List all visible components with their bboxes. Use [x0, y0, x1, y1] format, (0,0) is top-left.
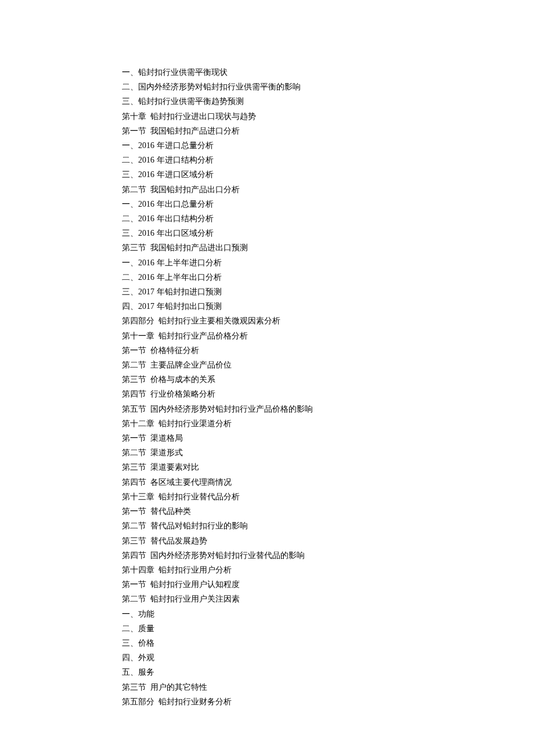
toc-line: 二、2016 年出口结构分析 [122, 211, 534, 226]
toc-line: 第十二章 铅封扣行业渠道分析 [122, 416, 534, 431]
toc-line: 二、2016 年进口结构分析 [122, 153, 534, 167]
toc-line: 第十三章 铅封扣行业替代品分析 [122, 489, 534, 504]
toc-line: 第一节 渠道格局 [122, 431, 534, 445]
document-page: 一、铅封扣行业供需平衡现状 二、国内外经济形势对铅封扣行业供需平衡的影响 三、铅… [0, 0, 534, 756]
toc-line: 三、价格 [122, 636, 534, 650]
toc-line: 一、2016 年上半年进口分析 [122, 255, 534, 270]
toc-line: 第五部分 铅封扣行业财务分析 [122, 694, 534, 709]
toc-line: 第四节 国内外经济形势对铅封扣行业替代品的影响 [122, 548, 534, 563]
toc-line: 第三节 价格与成本的关系 [122, 372, 534, 387]
toc-line: 第三节 渠道要素对比 [122, 460, 534, 474]
toc-line: 一、2016 年出口总量分析 [122, 197, 534, 211]
toc-line: 第五节 国内外经济形势对铅封扣行业产品价格的影响 [122, 402, 534, 416]
toc-line: 第二节 我国铅封扣产品出口分析 [122, 182, 534, 197]
toc-line: 五、服务 [122, 665, 534, 679]
toc-line: 第十章 铅封扣行业进出口现状与趋势 [122, 109, 534, 124]
toc-line: 三、2016 年进口区域分析 [122, 167, 534, 182]
toc-line: 三、铅封扣行业供需平衡趋势预测 [122, 94, 534, 109]
toc-line: 第三节 用户的其它特性 [122, 680, 534, 694]
toc-line: 第二节 渠道形式 [122, 445, 534, 460]
toc-line: 第十四章 铅封扣行业用户分析 [122, 563, 534, 577]
toc-line: 第一节 替代品种类 [122, 504, 534, 519]
toc-line: 四、外观 [122, 650, 534, 665]
toc-line: 一、功能 [122, 607, 534, 621]
toc-line: 二、质量 [122, 621, 534, 636]
toc-line: 第四部分 铅封扣行业主要相关微观因素分析 [122, 314, 534, 328]
toc-line: 二、2016 年上半年出口分析 [122, 270, 534, 285]
toc-line: 四、2017 年铅封扣出口预测 [122, 299, 534, 314]
toc-line: 第二节 主要品牌企业产品价位 [122, 358, 534, 372]
toc-line: 一、2016 年进口总量分析 [122, 138, 534, 153]
toc-line: 第十一章 铅封扣行业产品价格分析 [122, 329, 534, 343]
toc-line: 第四节 各区域主要代理商情况 [122, 475, 534, 489]
toc-line: 第二节 铅封扣行业用户关注因素 [122, 592, 534, 606]
toc-line: 三、2016 年出口区域分析 [122, 226, 534, 240]
toc-line: 第三节 替代品发展趋势 [122, 534, 534, 548]
toc-line: 二、国内外经济形势对铅封扣行业供需平衡的影响 [122, 80, 534, 94]
toc-line: 第四节 行业价格策略分析 [122, 387, 534, 401]
toc-line: 三、2017 年铅封扣进口预测 [122, 285, 534, 299]
toc-line: 第二节 替代品对铅封扣行业的影响 [122, 519, 534, 533]
toc-line: 第一节 价格特征分析 [122, 343, 534, 358]
toc-line: 第一节 我国铅封扣产品进口分析 [122, 124, 534, 138]
toc-line: 第三节 我国铅封扣产品进出口预测 [122, 240, 534, 255]
toc-line: 第一节 铅封扣行业用户认知程度 [122, 577, 534, 592]
toc-line: 一、铅封扣行业供需平衡现状 [122, 65, 534, 80]
